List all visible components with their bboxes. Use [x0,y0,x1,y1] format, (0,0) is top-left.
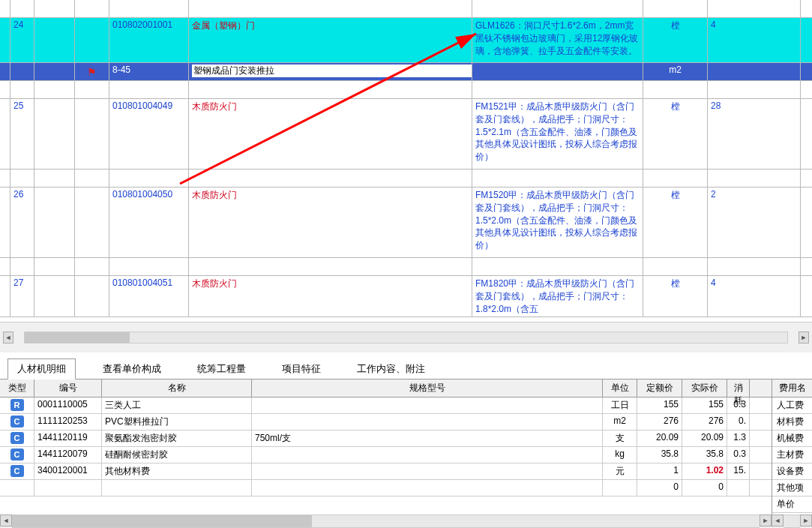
col-aprice[interactable]: 实际价 [682,380,727,397]
col-code[interactable]: 编号 [34,380,102,397]
type-badge: C [10,448,24,460]
desc-cell: FM1820甲：成品木质甲级防火门（含门套及门套线），成品把手；门洞尺寸：1.8… [472,276,643,316]
qty-cell: 4 [708,276,801,316]
col-name[interactable]: 名称 [102,380,252,397]
type-badge: R [10,399,24,411]
main-grid: 24010802001001金属（塑钢）门GLM1626：洞口尺寸1.6*2.6… [0,0,812,322]
spec-cell [252,464,603,479]
name-cell: 木质防火门 [189,188,472,257]
name-cell: 木质防火门 [189,99,472,169]
bottom-scroll-track[interactable] [12,514,760,528]
right-scroll-right[interactable]: ► [800,514,812,526]
grid-row[interactable]: ⚑8-45塑钢成品门安装推拉m2 [0,63,812,81]
right-scroll-left[interactable]: ◄ [772,514,784,526]
type-cell: C [0,464,34,479]
cost-item[interactable]: 主材费 [772,447,812,464]
main-hscroll[interactable]: ◄ ► [0,322,812,352]
type-cell: C [0,447,34,463]
cost-item[interactable]: 单价 [772,496,812,513]
code-cell: 010801004050 [109,188,189,257]
name-cell[interactable]: 塑钢成品门安装推拉 [189,63,472,80]
detail-row[interactable]: 00 [0,480,772,496]
code-cell: 010801004051 [109,276,189,316]
scroll-left-btn[interactable]: ◄ [3,332,13,344]
grid-row[interactable] [0,0,812,18]
scroll-right-btn[interactable]: ► [799,332,809,344]
name-cell: 三类人工 [102,398,252,413]
grid-row[interactable] [0,81,812,99]
grid-row[interactable] [0,258,812,276]
flag-icon: ⚑ [87,66,97,78]
seq-cell: 26 [10,188,34,257]
code-cell: 010801004049 [109,99,189,169]
detail-row[interactable]: C1441120079硅酮耐候密封胶kg35.835.80.3 [0,447,772,464]
code-cell: 1111120253 [34,414,102,430]
grid-row[interactable]: 24010802001001金属（塑钢）门GLM1626：洞口尺寸1.6*2.6… [0,18,812,63]
grid-row[interactable] [0,170,812,188]
name-input[interactable]: 塑钢成品门安装推拉 [192,64,472,77]
desc-cell: FM1521甲：成品木质甲级防火门（含门套及门套线），成品把手；门洞尺寸：1.5… [472,99,643,169]
spec-cell [252,480,603,496]
grid-row[interactable]: 25010801004049木质防火门FM1521甲：成品木质甲级防火门（含门套… [0,99,812,170]
detail-row[interactable]: C1111120253PVC塑料推拉门m22762760. [0,414,772,430]
detail-row[interactable]: C3400120001其他材料费元11.0215. [0,464,772,480]
spec-cell [252,447,603,463]
scroll-track[interactable] [24,332,788,344]
bottom-scroll-thumb[interactable] [12,515,312,527]
right-scroll-track[interactable] [784,514,800,528]
code-cell: 010802001001 [109,18,189,62]
tab-工作内容、附注[interactable]: 工作内容、附注 [348,359,434,379]
dprice-cell: 20.09 [637,430,682,446]
dprice-cell: 0 [637,480,682,496]
unit-cell: kg [603,447,637,463]
unit-cell: m2 [603,414,637,430]
cons-cell [727,480,750,496]
qty-cell: 28 [708,99,801,169]
code-cell: 1441120119 [34,430,102,446]
seq-cell: 24 [10,18,34,62]
col-unit[interactable]: 单位 [603,380,637,397]
unit-cell: 工日 [603,398,637,413]
cost-item[interactable]: 其他项 [772,480,812,496]
tab-查看单价构成[interactable]: 查看单价构成 [94,359,170,379]
cost-item[interactable]: 人工费 [772,398,812,414]
dprice-cell: 155 [637,398,682,413]
type-cell: C [0,414,34,430]
detail-row[interactable]: C1441120119聚氨酯发泡密封胶750ml/支支20.0920.091.3 [0,430,772,447]
cons-cell: 1.3 [727,430,750,446]
tab-人材机明细[interactable]: 人材机明细 [7,358,76,380]
bottom-hscroll[interactable]: ◄ ► ◄ ► [0,514,812,528]
desc-cell: GLM1626：洞口尺寸1.6*2.6m，2mm宽黑钛不锈钢包边玻璃门，采用12… [472,18,643,62]
type-cell: R [0,398,34,413]
detail-tabs: 人材机明细查看单价构成统筹工程量项目特征工作内容、附注 [0,358,812,380]
col-cons[interactable]: 消耗 [727,380,750,397]
cost-item[interactable]: 机械费 [772,430,812,447]
code-cell: 8-45 [109,63,189,80]
grid-row[interactable]: 26010801004050木质防火门FM1520甲：成品木质甲级防火门（含门套… [0,188,812,258]
scroll-thumb[interactable] [25,332,130,343]
detail-area: 类型 编号 名称 规格型号 单位 定额价 实际价 消耗 R0001110005三… [0,380,812,514]
tab-项目特征[interactable]: 项目特征 [273,359,330,379]
unit-cell: 樘 [643,188,708,257]
name-cell: PVC塑料推拉门 [102,414,252,430]
cost-item[interactable]: 材料费 [772,414,812,430]
tab-统筹工程量[interactable]: 统筹工程量 [188,359,255,379]
detail-row[interactable]: R0001110005三类人工工日1551550.3 [0,398,772,414]
type-cell [0,480,34,496]
flag-cell[interactable]: ⚑ [75,63,109,80]
spec-cell: 750ml/支 [252,430,603,446]
col-type[interactable]: 类型 [0,380,34,397]
col-dprice[interactable]: 定额价 [637,380,682,397]
col-spec[interactable]: 规格型号 [252,380,603,397]
right-col-header[interactable]: 费用名 [772,380,812,398]
aprice-cell: 276 [682,414,727,430]
name-cell [102,480,252,496]
qty-cell: 4 [708,18,801,62]
seq-cell: 27 [10,276,34,316]
aprice-cell: 0 [682,480,727,496]
cost-item[interactable]: 设备费 [772,464,812,480]
grid-row[interactable]: 27010801004051木质防火门FM1820甲：成品木质甲级防火门（含门套… [0,276,812,317]
bottom-scroll-right[interactable]: ► [760,514,772,526]
bottom-scroll-left[interactable]: ◄ [0,514,12,526]
code-cell: 3400120001 [34,464,102,479]
